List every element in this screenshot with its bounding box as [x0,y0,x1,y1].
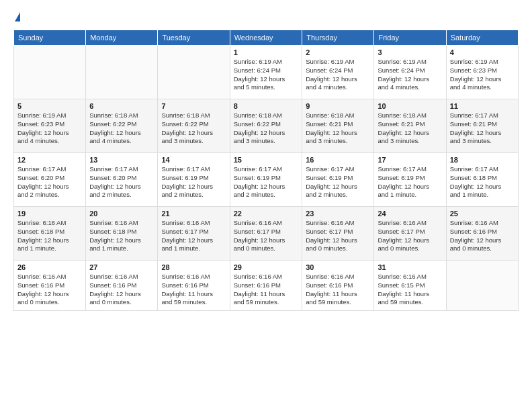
calendar-cell: 24Sunrise: 6:16 AM Sunset: 6:17 PM Dayli… [374,207,446,261]
calendar-cell: 2Sunrise: 6:19 AM Sunset: 6:24 PM Daylig… [302,46,374,99]
day-number: 23 [306,210,370,218]
day-info: Sunrise: 6:17 AM Sunset: 6:18 PM Dayligh… [450,165,515,199]
calendar-cell: 21Sunrise: 6:16 AM Sunset: 6:17 PM Dayli… [158,207,230,261]
day-info: Sunrise: 6:17 AM Sunset: 6:19 PM Dayligh… [306,165,370,199]
day-info: Sunrise: 6:16 AM Sunset: 6:16 PM Dayligh… [17,273,82,307]
logo [13,12,20,23]
calendar-cell: 26Sunrise: 6:16 AM Sunset: 6:16 PM Dayli… [14,261,86,311]
calendar-cell: 18Sunrise: 6:17 AM Sunset: 6:18 PM Dayli… [446,153,518,207]
day-number: 2 [306,48,370,56]
calendar-week-row: 1Sunrise: 6:19 AM Sunset: 6:24 PM Daylig… [14,46,519,99]
day-info: Sunrise: 6:19 AM Sunset: 6:23 PM Dayligh… [17,111,82,146]
logo-triangle-icon [15,12,20,21]
day-number: 6 [89,102,154,110]
weekday-header-saturday: Saturday [446,30,518,46]
day-number: 1 [234,48,298,56]
calendar-cell: 6Sunrise: 6:18 AM Sunset: 6:22 PM Daylig… [86,99,158,153]
calendar-cell: 20Sunrise: 6:16 AM Sunset: 6:18 PM Dayli… [86,207,158,261]
day-number: 19 [17,210,82,218]
calendar-cell [86,46,158,99]
day-number: 26 [17,263,82,271]
weekday-header-monday: Monday [86,30,158,46]
day-info: Sunrise: 6:18 AM Sunset: 6:21 PM Dayligh… [306,111,370,146]
day-info: Sunrise: 6:18 AM Sunset: 6:22 PM Dayligh… [234,111,298,146]
day-number: 15 [234,156,298,164]
calendar-week-row: 26Sunrise: 6:16 AM Sunset: 6:16 PM Dayli… [14,261,519,311]
calendar-cell: 23Sunrise: 6:16 AM Sunset: 6:17 PM Dayli… [302,207,374,261]
day-info: Sunrise: 6:19 AM Sunset: 6:24 PM Dayligh… [306,58,370,92]
day-number: 17 [378,156,442,164]
weekday-header-sunday: Sunday [14,30,86,46]
day-number: 31 [378,263,442,271]
calendar-cell: 31Sunrise: 6:16 AM Sunset: 6:15 PM Dayli… [374,261,446,311]
day-number: 22 [234,210,298,218]
day-info: Sunrise: 6:16 AM Sunset: 6:17 PM Dayligh… [306,219,370,253]
day-info: Sunrise: 6:18 AM Sunset: 6:22 PM Dayligh… [161,111,226,146]
day-info: Sunrise: 6:19 AM Sunset: 6:23 PM Dayligh… [450,58,515,92]
calendar-cell: 17Sunrise: 6:17 AM Sunset: 6:19 PM Dayli… [374,153,446,207]
calendar-week-row: 5Sunrise: 6:19 AM Sunset: 6:23 PM Daylig… [14,99,519,153]
day-info: Sunrise: 6:16 AM Sunset: 6:18 PM Dayligh… [89,219,154,253]
calendar-cell: 25Sunrise: 6:16 AM Sunset: 6:16 PM Dayli… [446,207,518,261]
calendar-cell: 3Sunrise: 6:19 AM Sunset: 6:24 PM Daylig… [374,46,446,99]
calendar-cell: 15Sunrise: 6:17 AM Sunset: 6:19 PM Dayli… [230,153,302,207]
day-info: Sunrise: 6:17 AM Sunset: 6:19 PM Dayligh… [378,165,442,199]
calendar-table: SundayMondayTuesdayWednesdayThursdayFrid… [13,30,519,311]
day-info: Sunrise: 6:17 AM Sunset: 6:20 PM Dayligh… [17,165,82,199]
calendar-cell: 13Sunrise: 6:17 AM Sunset: 6:20 PM Dayli… [86,153,158,207]
calendar-cell: 29Sunrise: 6:16 AM Sunset: 6:16 PM Dayli… [230,261,302,311]
calendar-cell: 4Sunrise: 6:19 AM Sunset: 6:23 PM Daylig… [446,46,518,99]
day-number: 18 [450,156,515,164]
day-info: Sunrise: 6:16 AM Sunset: 6:16 PM Dayligh… [234,273,298,307]
day-number: 3 [378,48,442,56]
weekday-header-row: SundayMondayTuesdayWednesdayThursdayFrid… [14,30,519,46]
calendar-cell: 10Sunrise: 6:18 AM Sunset: 6:21 PM Dayli… [374,99,446,153]
page-container: SundayMondayTuesdayWednesdayThursdayFrid… [0,0,532,318]
day-number: 27 [89,263,154,271]
calendar-cell: 27Sunrise: 6:16 AM Sunset: 6:16 PM Dayli… [86,261,158,311]
day-info: Sunrise: 6:17 AM Sunset: 6:20 PM Dayligh… [89,165,154,199]
calendar-cell: 5Sunrise: 6:19 AM Sunset: 6:23 PM Daylig… [14,99,86,153]
calendar-cell: 8Sunrise: 6:18 AM Sunset: 6:22 PM Daylig… [230,99,302,153]
day-number: 7 [161,102,226,110]
calendar-cell: 16Sunrise: 6:17 AM Sunset: 6:19 PM Dayli… [302,153,374,207]
calendar-week-row: 12Sunrise: 6:17 AM Sunset: 6:20 PM Dayli… [14,153,519,207]
day-info: Sunrise: 6:16 AM Sunset: 6:16 PM Dayligh… [161,273,226,307]
day-number: 16 [306,156,370,164]
day-info: Sunrise: 6:16 AM Sunset: 6:17 PM Dayligh… [378,219,442,253]
day-info: Sunrise: 6:16 AM Sunset: 6:16 PM Dayligh… [450,219,515,253]
calendar-cell: 7Sunrise: 6:18 AM Sunset: 6:22 PM Daylig… [158,99,230,153]
day-info: Sunrise: 6:18 AM Sunset: 6:21 PM Dayligh… [378,111,442,146]
weekday-header-thursday: Thursday [302,30,374,46]
day-number: 11 [450,102,515,110]
calendar-cell: 30Sunrise: 6:16 AM Sunset: 6:16 PM Dayli… [302,261,374,311]
calendar-cell [446,261,518,311]
calendar-cell: 1Sunrise: 6:19 AM Sunset: 6:24 PM Daylig… [230,46,302,99]
day-number: 9 [306,102,370,110]
day-number: 25 [450,210,515,218]
calendar-cell [14,46,86,99]
calendar-week-row: 19Sunrise: 6:16 AM Sunset: 6:18 PM Dayli… [14,207,519,261]
weekday-header-friday: Friday [374,30,446,46]
calendar-cell: 9Sunrise: 6:18 AM Sunset: 6:21 PM Daylig… [302,99,374,153]
day-number: 30 [306,263,370,271]
day-number: 10 [378,102,442,110]
day-info: Sunrise: 6:17 AM Sunset: 6:19 PM Dayligh… [234,165,298,199]
weekday-header-wednesday: Wednesday [230,30,302,46]
day-number: 13 [89,156,154,164]
calendar-cell: 19Sunrise: 6:16 AM Sunset: 6:18 PM Dayli… [14,207,86,261]
day-number: 24 [378,210,442,218]
calendar-cell: 11Sunrise: 6:17 AM Sunset: 6:21 PM Dayli… [446,99,518,153]
calendar-cell: 12Sunrise: 6:17 AM Sunset: 6:20 PM Dayli… [14,153,86,207]
day-info: Sunrise: 6:19 AM Sunset: 6:24 PM Dayligh… [234,58,298,92]
day-info: Sunrise: 6:17 AM Sunset: 6:21 PM Dayligh… [450,111,515,146]
day-info: Sunrise: 6:16 AM Sunset: 6:17 PM Dayligh… [161,219,226,253]
day-number: 8 [234,102,298,110]
day-info: Sunrise: 6:16 AM Sunset: 6:17 PM Dayligh… [234,219,298,253]
day-number: 28 [161,263,226,271]
day-info: Sunrise: 6:18 AM Sunset: 6:22 PM Dayligh… [89,111,154,146]
day-info: Sunrise: 6:17 AM Sunset: 6:19 PM Dayligh… [161,165,226,199]
day-number: 20 [89,210,154,218]
day-number: 21 [161,210,226,218]
day-info: Sunrise: 6:16 AM Sunset: 6:16 PM Dayligh… [89,273,154,307]
